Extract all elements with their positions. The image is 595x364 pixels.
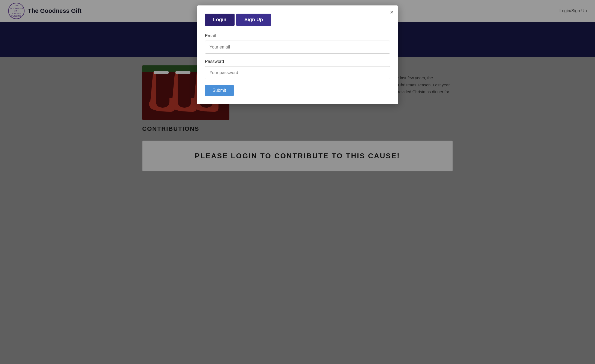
modal-overlay: × Login Sign Up Email Password Submit — [0, 0, 595, 364]
password-form-group: Password — [205, 59, 390, 79]
modal-tabs: Login Sign Up — [205, 14, 390, 26]
tab-login[interactable]: Login — [205, 14, 235, 26]
email-input[interactable] — [205, 41, 390, 54]
submit-button[interactable]: Submit — [205, 85, 234, 96]
email-label: Email — [205, 34, 390, 38]
login-modal: × Login Sign Up Email Password Submit — [197, 5, 398, 104]
modal-close-button[interactable]: × — [390, 9, 393, 15]
email-form-group: Email — [205, 34, 390, 54]
tab-signup[interactable]: Sign Up — [236, 14, 271, 26]
password-input[interactable] — [205, 66, 390, 79]
password-label: Password — [205, 59, 390, 64]
